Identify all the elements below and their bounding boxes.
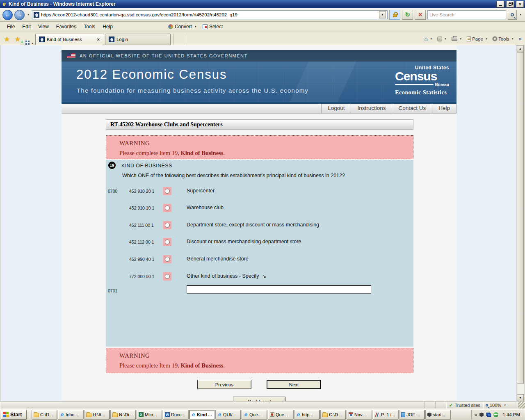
feeds-button[interactable]: ▼ bbox=[436, 35, 449, 43]
quick-tabs-icon[interactable] bbox=[25, 41, 27, 42]
tray-expand-chevron-icon[interactable]: « bbox=[474, 412, 477, 418]
zoom-dropdown-icon[interactable]: ▼ bbox=[503, 404, 507, 406]
option-label: Supercenter bbox=[187, 188, 215, 194]
stop-button[interactable]: × bbox=[415, 10, 426, 20]
print-dropdown-icon[interactable]: ▼ bbox=[459, 38, 463, 40]
new-tab-spacer bbox=[184, 34, 192, 45]
close-button[interactable]: × bbox=[516, 1, 524, 7]
select-button[interactable]: Select bbox=[200, 23, 225, 30]
previous-button[interactable]: Previous bbox=[197, 380, 251, 389]
menu-view[interactable]: View bbox=[34, 23, 52, 31]
taskbar-item-active[interactable]: eKind ... bbox=[189, 410, 215, 419]
radio-button[interactable] bbox=[165, 205, 170, 210]
tools-dropdown-icon[interactable]: ▼ bbox=[511, 38, 515, 40]
taskbar-item[interactable]: H:\A... bbox=[84, 410, 110, 419]
dashboard-button[interactable]: Dashboard bbox=[233, 397, 285, 401]
nav-help[interactable]: Help bbox=[432, 104, 457, 113]
tab-login[interactable]: Login bbox=[105, 34, 171, 45]
radio-button[interactable] bbox=[165, 189, 170, 194]
home-dropdown-icon[interactable]: ▼ bbox=[429, 38, 433, 40]
taskbar-item[interactable]: ehttp... bbox=[294, 410, 320, 419]
activity-tray-icon[interactable] bbox=[493, 412, 498, 417]
page-menu-button[interactable]: Page▼ bbox=[465, 35, 490, 43]
url-text[interactable]: https://econ2012-chaud301.centurion-qa.s… bbox=[41, 12, 377, 17]
specify-text-input[interactable] bbox=[187, 285, 371, 294]
favorites-center-button[interactable]: ★ bbox=[2, 34, 12, 44]
tab-list-dropdown-icon[interactable]: ▼ bbox=[30, 42, 34, 45]
convert-dropdown-icon[interactable]: ▼ bbox=[194, 25, 198, 28]
taskbar-item[interactable]: eQUI/... bbox=[216, 410, 241, 419]
refresh-button[interactable]: ↻ bbox=[402, 10, 413, 20]
status-empty-cell bbox=[436, 402, 446, 409]
menu-favorites[interactable]: Favorites bbox=[52, 23, 80, 31]
next-button[interactable]: Next bbox=[267, 380, 321, 389]
taskbar-item-label: Que... bbox=[276, 412, 288, 417]
convert-label: Convert bbox=[175, 24, 192, 30]
taskbar-item[interactable]: N:\Di... bbox=[111, 410, 136, 419]
menu-help[interactable]: Help bbox=[99, 23, 116, 31]
nav-instructions[interactable]: Instructions bbox=[351, 104, 392, 113]
security-lock-button[interactable] bbox=[389, 10, 400, 20]
warning-box-bottom: WARNING Please complete Item 19, Kind of… bbox=[106, 348, 413, 373]
taskbar-item[interactable]: Nov... bbox=[347, 410, 372, 419]
warning-text: Please complete Item 19, bbox=[119, 362, 180, 369]
forward-button[interactable]: → bbox=[14, 10, 25, 20]
spider-icon bbox=[427, 413, 431, 417]
network-icon[interactable] bbox=[486, 413, 491, 417]
taskbar-item[interactable]: eInbo... bbox=[58, 410, 83, 419]
convert-button[interactable]: Convert ▼ bbox=[166, 23, 200, 30]
radio-warning-highlight bbox=[163, 187, 171, 195]
home-button[interactable]: ⌂▼ bbox=[422, 35, 435, 43]
nav-logout[interactable]: Logout bbox=[321, 104, 351, 113]
tools-menu-button[interactable]: Tools▼ bbox=[491, 35, 516, 43]
taskbar-item[interactable]: P_1 i... bbox=[373, 410, 398, 419]
print-button[interactable]: ▼ bbox=[450, 36, 464, 42]
warning-period: . bbox=[223, 362, 225, 369]
restore-button[interactable] bbox=[507, 1, 514, 7]
menu-tools[interactable]: Tools bbox=[80, 23, 99, 31]
url-dropdown-button[interactable]: ▼ bbox=[379, 11, 386, 18]
zoom-control[interactable]: 100% ▼ bbox=[483, 402, 518, 409]
taskbar-item[interactable]: JOE ... bbox=[399, 410, 425, 419]
search-options-dropdown-icon[interactable]: ▼ bbox=[518, 14, 523, 16]
menu-edit[interactable]: Edit bbox=[18, 23, 34, 31]
taskbar-item[interactable]: WDocu... bbox=[163, 410, 188, 419]
taskbar-item[interactable]: XMicr... bbox=[137, 410, 162, 419]
feeds-dropdown-icon[interactable]: ▼ bbox=[443, 38, 447, 40]
option-label: General merchandise store bbox=[187, 256, 249, 262]
spider-tray-icon[interactable] bbox=[479, 413, 484, 417]
resize-grip[interactable] bbox=[518, 402, 525, 409]
scroll-up-button[interactable]: ▲ bbox=[517, 45, 524, 52]
radio-button[interactable] bbox=[165, 257, 170, 262]
scrollbar-thumb[interactable] bbox=[517, 52, 524, 383]
taskbar-item[interactable]: eQue... bbox=[242, 410, 267, 419]
history-dropdown-icon[interactable]: ▼ bbox=[26, 14, 30, 16]
scroll-down-button[interactable]: ▼ bbox=[517, 394, 524, 401]
taskbar-item[interactable]: Que... bbox=[268, 410, 293, 419]
tab-close-icon[interactable]: × bbox=[96, 37, 100, 42]
add-favorite-button[interactable]: ★ + bbox=[12, 34, 23, 44]
live-search-input[interactable] bbox=[427, 10, 506, 19]
minimize-button[interactable] bbox=[497, 1, 504, 7]
folder-icon bbox=[112, 413, 118, 417]
windows-logo-icon bbox=[3, 412, 9, 417]
taskbar-item[interactable]: C:\D... bbox=[321, 410, 346, 419]
tab-kind-of-business[interactable]: Kind of Business × bbox=[35, 34, 104, 45]
radio-button[interactable] bbox=[165, 240, 170, 244]
favorites-star-icon: ★ bbox=[4, 35, 10, 43]
new-tab-spacer[interactable] bbox=[173, 34, 181, 45]
vertical-scrollbar[interactable]: ▲ ▼ bbox=[516, 45, 523, 401]
search-button[interactable] bbox=[508, 10, 517, 20]
menu-file[interactable]: File bbox=[3, 23, 18, 31]
toolbar-overflow-chevron-icon[interactable]: » bbox=[517, 36, 523, 42]
taskbar-item[interactable]: C:\D... bbox=[32, 410, 57, 419]
start-button[interactable]: Start bbox=[1, 410, 27, 419]
pens-icon bbox=[375, 412, 380, 417]
taskbar-item[interactable]: start... bbox=[426, 410, 451, 419]
nav-contact-us[interactable]: Contact Us bbox=[392, 104, 432, 113]
page-dropdown-icon[interactable]: ▼ bbox=[484, 38, 488, 40]
address-field[interactable]: https://econ2012-chaud301.centurion-qa.s… bbox=[32, 10, 388, 19]
radio-button[interactable] bbox=[165, 223, 170, 228]
back-button[interactable]: ← bbox=[2, 10, 13, 20]
radio-button[interactable] bbox=[165, 274, 170, 279]
